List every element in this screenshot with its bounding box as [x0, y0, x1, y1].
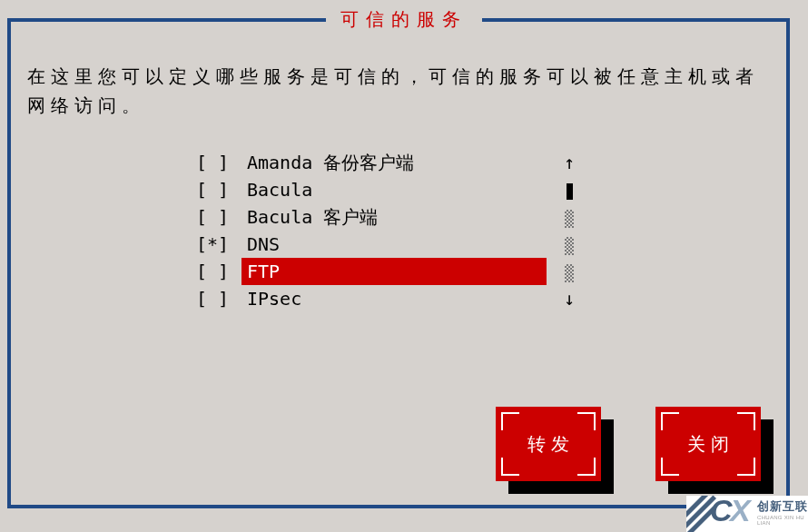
scroll-down-arrow[interactable]: ↓	[563, 285, 576, 312]
watermark-logo: C X 创新互联 CHUANG XIN HU LIAN	[686, 496, 808, 532]
service-checkbox[interactable]: [ ]	[196, 203, 241, 231]
service-row[interactable]: [ ]Bacula 客户端	[196, 203, 547, 231]
scroll-up-arrow[interactable]: ↑	[563, 149, 576, 176]
watermark-x-icon: X	[730, 496, 751, 528]
dialog-title: 可信的服务	[326, 7, 482, 32]
service-label: FTP	[241, 258, 547, 285]
service-row[interactable]: [ ]Bacula	[196, 176, 547, 203]
forward-button[interactable]: 转发	[496, 407, 601, 481]
service-row[interactable]: [ ]IPsec	[196, 285, 547, 312]
scrollbar-track	[563, 231, 576, 258]
forward-button-label: 转发	[522, 432, 575, 457]
service-checkbox[interactable]: [*]	[196, 231, 241, 258]
service-label: Bacula 客户端	[241, 203, 547, 231]
service-label: Amanda 备份客户端	[241, 149, 547, 176]
close-button[interactable]: 关闭	[655, 407, 761, 481]
button-row: 转发 关闭	[496, 407, 761, 481]
close-button-label: 关闭	[682, 432, 734, 457]
services-list: [ ]Amanda 备份客户端[ ]Bacula[ ]Bacula 客户端[*]…	[196, 149, 547, 312]
service-checkbox[interactable]: [ ]	[196, 258, 241, 285]
service-row[interactable]: [*]DNS	[196, 231, 547, 258]
scrollbar-thumb[interactable]	[563, 176, 576, 203]
scrollbar-track	[563, 258, 576, 285]
scroll-column: ↑ ↓	[563, 149, 576, 312]
watermark-c-icon: C	[710, 496, 733, 528]
service-label: Bacula	[241, 176, 547, 203]
dialog-description: 在这里您可以定义哪些服务是可信的，可信的服务可以被任意主机或者网络访问。	[27, 62, 781, 120]
service-label: DNS	[241, 231, 547, 258]
service-checkbox[interactable]: [ ]	[196, 285, 241, 312]
service-row[interactable]: [ ]Amanda 备份客户端	[196, 149, 547, 176]
service-label: IPsec	[241, 285, 547, 312]
service-checkbox[interactable]: [ ]	[196, 149, 241, 176]
service-checkbox[interactable]: [ ]	[196, 176, 241, 203]
watermark-cn: 创新互联	[757, 498, 808, 515]
scrollbar-track	[563, 203, 576, 231]
watermark-py: CHUANG XIN HU LIAN	[757, 515, 808, 526]
service-row[interactable]: [ ]FTP	[196, 258, 547, 285]
